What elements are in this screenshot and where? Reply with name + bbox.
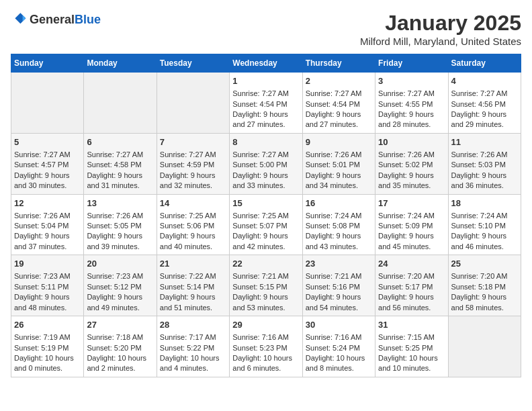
calendar-cell: 27Sunrise: 7:18 AMSunset: 5:20 PMDayligh… bbox=[84, 316, 157, 377]
day-info: Sunrise: 7:17 AMSunset: 5:22 PMDaylight:… bbox=[160, 333, 220, 372]
day-number: 10 bbox=[378, 136, 445, 148]
day-info: Sunrise: 7:25 AMSunset: 5:07 PMDaylight:… bbox=[232, 212, 289, 250]
day-info: Sunrise: 7:24 AMSunset: 5:08 PMDaylight:… bbox=[306, 212, 362, 250]
calendar-week-row: 19Sunrise: 7:23 AMSunset: 5:11 PMDayligh… bbox=[11, 255, 521, 316]
calendar-cell: 28Sunrise: 7:17 AMSunset: 5:22 PMDayligh… bbox=[157, 316, 229, 377]
calendar-cell: 9Sunrise: 7:26 AMSunset: 5:01 PMDaylight… bbox=[302, 133, 375, 194]
day-number: 8 bbox=[232, 136, 299, 148]
weekday-header: Friday bbox=[375, 54, 448, 73]
day-number: 5 bbox=[14, 136, 81, 148]
day-info: Sunrise: 7:26 AMSunset: 5:05 PMDaylight:… bbox=[87, 212, 143, 250]
day-number: 30 bbox=[306, 319, 372, 331]
day-number: 6 bbox=[87, 136, 153, 148]
calendar-cell: 31Sunrise: 7:15 AMSunset: 5:25 PMDayligh… bbox=[375, 316, 448, 377]
day-number: 13 bbox=[87, 197, 153, 210]
calendar-cell: 5Sunrise: 7:27 AMSunset: 4:57 PMDaylight… bbox=[11, 133, 84, 194]
calendar-cell bbox=[11, 73, 84, 134]
day-info: Sunrise: 7:23 AMSunset: 5:12 PMDaylight:… bbox=[87, 272, 143, 311]
calendar-cell: 14Sunrise: 7:25 AMSunset: 5:06 PMDayligh… bbox=[157, 194, 229, 255]
day-number: 16 bbox=[306, 197, 372, 210]
day-info: Sunrise: 7:22 AMSunset: 5:14 PMDaylight:… bbox=[160, 272, 216, 311]
day-info: Sunrise: 7:19 AMSunset: 5:19 PMDaylight:… bbox=[14, 333, 74, 372]
calendar-cell: 15Sunrise: 7:25 AMSunset: 5:07 PMDayligh… bbox=[230, 194, 302, 255]
calendar-cell: 8Sunrise: 7:27 AMSunset: 5:00 PMDaylight… bbox=[230, 133, 302, 194]
day-number: 20 bbox=[87, 258, 153, 270]
day-info: Sunrise: 7:27 AMSunset: 4:56 PMDaylight:… bbox=[451, 89, 508, 128]
logo: General Blue bbox=[11, 11, 101, 30]
header: General Blue January 2025 Milford Mill, … bbox=[11, 11, 521, 47]
calendar-cell bbox=[84, 73, 157, 134]
calendar-cell: 17Sunrise: 7:24 AMSunset: 5:09 PMDayligh… bbox=[375, 194, 448, 255]
calendar-cell: 26Sunrise: 7:19 AMSunset: 5:19 PMDayligh… bbox=[11, 316, 84, 377]
calendar-cell: 2Sunrise: 7:27 AMSunset: 4:54 PMDaylight… bbox=[302, 73, 375, 134]
day-info: Sunrise: 7:25 AMSunset: 5:06 PMDaylight:… bbox=[160, 212, 216, 250]
day-info: Sunrise: 7:26 AMSunset: 5:02 PMDaylight:… bbox=[378, 150, 435, 189]
day-info: Sunrise: 7:21 AMSunset: 5:16 PMDaylight:… bbox=[306, 272, 362, 311]
weekday-header: Monday bbox=[84, 54, 157, 73]
day-info: Sunrise: 7:27 AMSunset: 4:54 PMDaylight:… bbox=[232, 89, 289, 128]
day-info: Sunrise: 7:27 AMSunset: 4:58 PMDaylight:… bbox=[87, 150, 143, 189]
weekday-header: Saturday bbox=[448, 54, 521, 73]
day-number: 1 bbox=[232, 75, 299, 87]
day-number: 4 bbox=[451, 75, 518, 87]
day-info: Sunrise: 7:27 AMSunset: 4:59 PMDaylight:… bbox=[160, 150, 216, 189]
day-number: 12 bbox=[14, 197, 81, 210]
calendar-cell: 19Sunrise: 7:23 AMSunset: 5:11 PMDayligh… bbox=[11, 255, 84, 316]
logo-icon bbox=[11, 11, 27, 27]
day-number: 27 bbox=[87, 319, 153, 331]
calendar-cell: 12Sunrise: 7:26 AMSunset: 5:04 PMDayligh… bbox=[11, 194, 84, 255]
day-number: 21 bbox=[160, 258, 226, 270]
day-info: Sunrise: 7:18 AMSunset: 5:20 PMDaylight:… bbox=[87, 333, 146, 372]
weekday-header: Sunday bbox=[11, 54, 84, 73]
day-number: 23 bbox=[306, 258, 372, 270]
calendar-cell: 23Sunrise: 7:21 AMSunset: 5:16 PMDayligh… bbox=[302, 255, 375, 316]
calendar-cell: 3Sunrise: 7:27 AMSunset: 4:55 PMDaylight… bbox=[375, 73, 448, 134]
day-info: Sunrise: 7:16 AMSunset: 5:23 PMDaylight:… bbox=[232, 333, 292, 372]
calendar-cell: 13Sunrise: 7:26 AMSunset: 5:05 PMDayligh… bbox=[84, 194, 157, 255]
calendar-cell: 29Sunrise: 7:16 AMSunset: 5:23 PMDayligh… bbox=[230, 316, 302, 377]
calendar-cell: 4Sunrise: 7:27 AMSunset: 4:56 PMDaylight… bbox=[448, 73, 521, 134]
svg-marker-1 bbox=[23, 15, 26, 21]
calendar-week-row: 5Sunrise: 7:27 AMSunset: 4:57 PMDaylight… bbox=[11, 133, 521, 194]
calendar-cell: 20Sunrise: 7:23 AMSunset: 5:12 PMDayligh… bbox=[84, 255, 157, 316]
calendar-header: SundayMondayTuesdayWednesdayThursdayFrid… bbox=[11, 54, 521, 73]
day-info: Sunrise: 7:27 AMSunset: 4:54 PMDaylight:… bbox=[306, 89, 362, 128]
calendar-body: 1Sunrise: 7:27 AMSunset: 4:54 PMDaylight… bbox=[11, 73, 521, 377]
day-info: Sunrise: 7:20 AMSunset: 5:18 PMDaylight:… bbox=[451, 272, 508, 311]
calendar-cell: 25Sunrise: 7:20 AMSunset: 5:18 PMDayligh… bbox=[448, 255, 521, 316]
day-number: 11 bbox=[451, 136, 518, 148]
calendar-cell: 30Sunrise: 7:16 AMSunset: 5:24 PMDayligh… bbox=[302, 316, 375, 377]
calendar-week-row: 1Sunrise: 7:27 AMSunset: 4:54 PMDaylight… bbox=[11, 73, 521, 134]
calendar-cell: 6Sunrise: 7:27 AMSunset: 4:58 PMDaylight… bbox=[84, 133, 157, 194]
calendar-cell: 16Sunrise: 7:24 AMSunset: 5:08 PMDayligh… bbox=[302, 194, 375, 255]
weekday-header: Tuesday bbox=[157, 54, 229, 73]
weekday-header: Thursday bbox=[302, 54, 375, 73]
calendar-cell: 1Sunrise: 7:27 AMSunset: 4:54 PMDaylight… bbox=[230, 73, 302, 134]
day-info: Sunrise: 7:26 AMSunset: 5:03 PMDaylight:… bbox=[451, 150, 508, 189]
calendar-subtitle: Milford Mill, Maryland, United States bbox=[360, 36, 521, 47]
logo-text-general: General bbox=[30, 13, 75, 27]
day-number: 19 bbox=[14, 258, 81, 270]
day-number: 15 bbox=[232, 197, 299, 210]
calendar-cell: 22Sunrise: 7:21 AMSunset: 5:15 PMDayligh… bbox=[230, 255, 302, 316]
weekday-row: SundayMondayTuesdayWednesdayThursdayFrid… bbox=[11, 54, 521, 73]
calendar-cell: 7Sunrise: 7:27 AMSunset: 4:59 PMDaylight… bbox=[157, 133, 229, 194]
day-number: 28 bbox=[160, 319, 226, 331]
weekday-header: Wednesday bbox=[230, 54, 302, 73]
day-info: Sunrise: 7:20 AMSunset: 5:17 PMDaylight:… bbox=[378, 272, 435, 311]
day-number: 26 bbox=[14, 319, 81, 331]
calendar-cell: 18Sunrise: 7:24 AMSunset: 5:10 PMDayligh… bbox=[448, 194, 521, 255]
day-info: Sunrise: 7:15 AMSunset: 5:25 PMDaylight:… bbox=[378, 333, 438, 372]
day-number: 31 bbox=[378, 319, 445, 331]
day-number: 14 bbox=[160, 197, 226, 210]
day-info: Sunrise: 7:23 AMSunset: 5:11 PMDaylight:… bbox=[14, 272, 71, 311]
day-number: 24 bbox=[378, 258, 445, 270]
day-info: Sunrise: 7:24 AMSunset: 5:10 PMDaylight:… bbox=[451, 212, 508, 250]
day-number: 22 bbox=[232, 258, 299, 270]
day-info: Sunrise: 7:24 AMSunset: 5:09 PMDaylight:… bbox=[378, 212, 435, 250]
day-number: 29 bbox=[232, 319, 299, 331]
calendar-title: January 2025 bbox=[360, 11, 521, 36]
day-info: Sunrise: 7:21 AMSunset: 5:15 PMDaylight:… bbox=[232, 272, 289, 311]
title-area: January 2025 Milford Mill, Maryland, Uni… bbox=[360, 11, 521, 47]
logo-text-blue: Blue bbox=[75, 13, 101, 27]
